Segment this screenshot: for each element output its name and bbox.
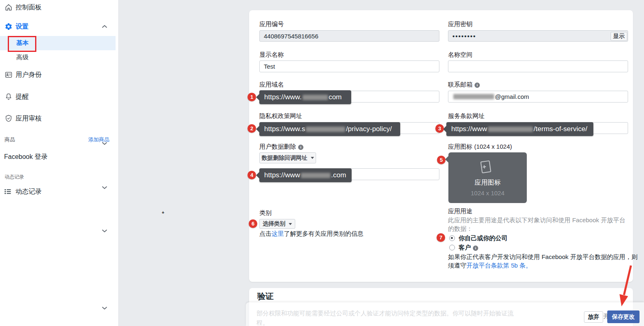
category-dropdown-label: 选择类别	[263, 220, 285, 228]
sidebar: 控制面板 设置 基本 高级 用户身份	[0, 0, 119, 326]
data-deletion-label-text: 用户数据删除	[259, 143, 296, 150]
annotation-tooltip-tos-url: https://www/terms-of-service/	[446, 122, 593, 136]
tooltip-text: https://www.s	[264, 125, 305, 133]
redacted-text	[306, 127, 345, 132]
discard-button[interactable]: 放弃	[584, 311, 603, 323]
purpose-note-line1: 如果你正代表客户开发访问和使用 Facebook 开放平台数据的应用，则	[448, 253, 637, 261]
sidebar-item-fb-login[interactable]: Facebook 登录	[0, 151, 118, 163]
activity-section-label: 动态记录	[4, 174, 24, 181]
contact-email-suffix: @gmail.com	[495, 93, 529, 100]
app-secret-field: ••••••••	[448, 30, 628, 42]
sidebar-item-advanced[interactable]: 高级	[0, 52, 118, 62]
namespace-label: 名称空间	[448, 51, 472, 59]
data-deletion-dropdown[interactable]: 数据删除回调网址	[259, 152, 316, 163]
annotation-badge-6: 6	[249, 219, 257, 228]
sidebar-item-dashboard[interactable]: 控制面板	[0, 1, 118, 13]
purpose-desc-line2: 的数据：	[448, 225, 472, 233]
tooltip-text: https://www	[264, 171, 300, 179]
app-id-label: 应用编号	[259, 20, 284, 28]
shield-check-icon	[4, 114, 13, 123]
save-changes-button[interactable]: 保存更改	[607, 310, 640, 323]
annotation-tooltip-deletion-url: https://www.com	[259, 168, 352, 182]
purpose-option-self[interactable]: 你自己或你的公司	[449, 234, 508, 242]
annotation-badge-2: 2	[247, 124, 256, 133]
sidebar-item-label: 控制面板	[16, 3, 42, 12]
purpose-desc-line1: 此应用的主要用途是代表以下对象访问和使用 Facebook 开放平台	[448, 217, 625, 224]
annotation-badge-5: 5	[437, 156, 446, 164]
tos-url-label: 服务条款网址	[448, 112, 485, 120]
add-product-link[interactable]: 添加商品	[88, 136, 109, 143]
id-card-icon	[4, 70, 13, 79]
redacted-text	[301, 173, 330, 178]
tooltip-text: https://www.	[264, 93, 302, 101]
info-icon[interactable]	[473, 246, 478, 251]
sidebar-item-label: Facebook 登录	[4, 153, 48, 161]
purpose-option-client[interactable]: 客户	[449, 244, 478, 252]
app-icon-box-title: 应用图标	[475, 179, 501, 187]
annotation-badge-3: 3	[435, 124, 444, 133]
tooltip-text: /privacy-policy/	[346, 125, 392, 133]
purpose-label: 应用用途	[448, 208, 472, 215]
app-icon-box-size: 1024 x 1024	[471, 190, 505, 196]
display-name-label: 显示名称	[259, 51, 284, 59]
redacted-text	[303, 95, 328, 100]
category-help-link[interactable]: 这里	[272, 230, 284, 237]
sidebar-item-label: 高级	[16, 54, 29, 61]
info-icon[interactable]	[298, 145, 303, 150]
annotation-tooltip-app-domain: https://www.com	[259, 90, 351, 104]
annotation-badge-7: 7	[437, 233, 445, 242]
chevron-down-icon	[101, 228, 108, 234]
sidebar-item-label: 设置	[16, 22, 29, 31]
gear-icon	[4, 22, 13, 31]
products-label: 商品	[4, 136, 15, 143]
home-icon	[4, 3, 13, 12]
redacted-text	[488, 127, 533, 132]
sidebar-activity-section: 动态记录	[0, 173, 118, 181]
contact-email-label: 联系邮箱	[448, 81, 480, 89]
show-secret-button[interactable]: 显示	[611, 32, 627, 41]
app-id-value: 4408697545816656	[264, 33, 318, 40]
namespace-input[interactable]	[448, 60, 628, 72]
info-icon[interactable]	[475, 83, 480, 88]
annotation-badge-4: 4	[247, 171, 256, 179]
app-secret-label: 应用密钥	[448, 20, 472, 28]
tooltip-text: /terms-of-service/	[534, 125, 587, 133]
data-deletion-label: 用户数据删除	[259, 143, 303, 151]
sidebar-item-settings[interactable]: 设置	[0, 20, 118, 33]
contact-email-label-text: 联系邮箱	[448, 81, 472, 88]
caret-down-icon	[289, 223, 292, 225]
radio-unselected-icon[interactable]	[449, 245, 455, 250]
cursor-mark: +	[162, 210, 164, 215]
sidebar-item-user-identity[interactable]: 用户身份	[0, 69, 118, 81]
app-icon-label: 应用图标 (1024 x 1024)	[448, 143, 512, 151]
sidebar-item-label: 提醒	[16, 93, 29, 101]
chevron-up-icon	[101, 23, 108, 30]
caret-down-icon	[311, 157, 314, 159]
list-icon	[3, 187, 12, 196]
annotation-tooltip-privacy-url: https://www.s/privacy-policy/	[259, 122, 400, 136]
display-name-value: Test	[264, 63, 275, 70]
app-settings-page: 控制面板 设置 基本 高级 用户身份	[0, 0, 644, 326]
display-name-input[interactable]: Test	[259, 60, 439, 72]
platform-terms-link[interactable]: 开放平台条款第 5b 条。	[466, 262, 532, 269]
category-help-post: 了解更多有关应用类别的信息	[284, 230, 363, 237]
contact-email-input[interactable]: @gmail.com	[448, 91, 628, 103]
privacy-url-label: 隐私权政策网址	[259, 112, 302, 120]
redacted-email-prefix	[453, 94, 494, 99]
tooltip-text: com	[329, 93, 342, 101]
sidebar-item-label: 应用审核	[16, 114, 42, 123]
bell-icon	[4, 92, 13, 101]
app-id-field: 4408697545816656	[259, 30, 439, 42]
photo-plus-icon	[477, 159, 498, 178]
annotation-badge-1: 1	[247, 93, 256, 101]
purpose-option-self-label: 你自己或你的公司	[459, 234, 508, 241]
purpose-note-pre: 须遵守	[448, 262, 466, 269]
category-help-pre: 点击	[259, 230, 272, 237]
app-icon-upload-box[interactable]: 应用图标 1024 x 1024	[448, 152, 527, 203]
tooltip-text: https://www	[451, 125, 487, 133]
radio-selected-icon[interactable]	[449, 235, 455, 241]
sidebar-item-alerts[interactable]: 提醒	[0, 91, 118, 103]
category-dropdown[interactable]: 选择类别	[259, 219, 295, 229]
sidebar-item-activity-log[interactable]: 动态记录	[0, 186, 118, 197]
sidebar-item-app-review[interactable]: 应用审核	[0, 112, 118, 125]
